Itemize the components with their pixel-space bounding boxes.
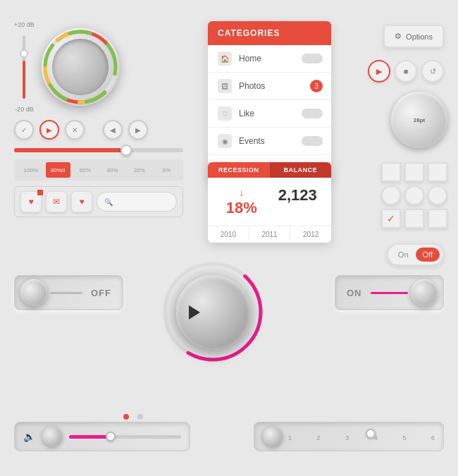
grid-btn-6[interactable] [428, 185, 447, 205]
horizontal-slider-fill [14, 148, 124, 152]
horizontal-slider-track[interactable] [14, 148, 183, 152]
recession-value-container: ↓ 18% [213, 186, 270, 217]
slider-thumb-vertical[interactable] [20, 49, 28, 58]
tab-2010[interactable]: 2010 [208, 226, 249, 243]
vertical-slider[interactable]: +20 dB -20 dB [14, 21, 35, 113]
search-icon: 🔍 [104, 198, 113, 206]
like-toggle[interactable] [302, 109, 323, 118]
category-events-label: Events [239, 136, 265, 146]
recession-value: 18% [213, 199, 270, 217]
small-knob-label: 28pt [414, 117, 425, 123]
options-button[interactable]: ⚙ Options [383, 25, 444, 48]
slider-right-track-container: 1 2 3 4 5 6 [288, 432, 435, 441]
play-button-small[interactable]: ▶ [39, 120, 59, 140]
check-button[interactable]: ✓ [14, 120, 34, 140]
mail-icon: ✉ [53, 197, 60, 207]
like-icon: ♡ [218, 106, 232, 121]
categories-title: CATEGORIES [218, 28, 280, 38]
like-button[interactable]: ♥ [71, 191, 92, 212]
dot-indicator-1 [123, 414, 129, 420]
media-controls: ▶ ■ ↺ [368, 60, 444, 83]
notification-dot [37, 190, 43, 195]
slider-track-left[interactable] [69, 435, 181, 439]
slider-knob-right[interactable] [263, 427, 283, 446]
events-toggle[interactable] [302, 136, 323, 146]
tick-5: 5 [402, 434, 406, 441]
stats-header: RECESSION BALANCE [208, 162, 331, 178]
recession-arrow: ↓ [239, 187, 244, 198]
on-off-toggle[interactable]: On Off [387, 243, 444, 266]
grid-btn-2[interactable] [404, 162, 424, 182]
notification-button[interactable]: ♥ [20, 191, 42, 212]
grid-btn-9[interactable] [428, 209, 447, 228]
toggle-knob-on [411, 279, 438, 306]
stats-tabs: 2010 2011 2012 [208, 226, 331, 243]
bottom-slider-left[interactable]: 🔈 [14, 422, 190, 451]
seg-80[interactable]: 80%||| [46, 162, 71, 178]
center-main-knob[interactable] [176, 275, 250, 349]
seg-40[interactable]: 40% [100, 162, 125, 178]
toggle-off-option[interactable]: Off [416, 248, 440, 262]
grid-btn-4[interactable] [381, 185, 401, 205]
category-photos-label: Photos [239, 81, 265, 91]
grid-btn-1[interactable] [381, 162, 401, 182]
tab-2011[interactable]: 2011 [249, 226, 291, 243]
media-stop-button[interactable]: ■ [395, 60, 417, 83]
category-home[interactable]: 🏠 Home [208, 45, 331, 73]
categories-panel: CATEGORIES 🏠 Home 🖼 Photos 3 ♡ Like ◉ Ev… [208, 21, 331, 182]
small-knob-container: 28pt [391, 92, 447, 148]
big-off-label: OFF [91, 288, 111, 298]
slider-thumb-right[interactable] [366, 429, 376, 439]
slider-bottom-label: -20 dB [15, 106, 34, 113]
slider-top-label: +20 dB [14, 21, 35, 28]
grid-btn-5[interactable] [404, 185, 424, 205]
knob-arc-svg [42, 28, 119, 106]
grid-btn-3[interactable] [428, 162, 447, 182]
big-toggle-off[interactable]: OFF [14, 275, 123, 310]
small-knob[interactable]: 28pt [391, 92, 447, 148]
home-toggle[interactable] [302, 54, 323, 63]
options-gear-icon: ⚙ [395, 32, 402, 41]
horizontal-slider-container[interactable] [14, 148, 183, 152]
categories-header: CATEGORIES [208, 21, 331, 45]
slider-fill-vertical [23, 61, 25, 99]
photos-badge: 3 [310, 80, 323, 92]
category-like[interactable]: ♡ Like [208, 100, 331, 128]
grid-btn-7[interactable]: ✓ [381, 209, 401, 228]
bottom-slider-right[interactable]: 1 2 3 4 5 6 [254, 422, 444, 451]
big-toggle-on[interactable]: ON [335, 275, 444, 310]
prev-button[interactable]: ◀ [103, 120, 123, 140]
category-events[interactable]: ◉ Events [208, 128, 331, 155]
seg-100[interactable]: 100% [18, 162, 44, 178]
grid-btn-8[interactable] [404, 209, 424, 228]
horizontal-slider-thumb[interactable] [120, 145, 132, 156]
events-icon: ◉ [218, 134, 232, 148]
next-button[interactable]: ▶ [128, 120, 148, 140]
slider-knob-left[interactable] [42, 427, 62, 446]
media-refresh-button[interactable]: ↺ [421, 60, 444, 83]
category-photos[interactable]: 🖼 Photos 3 [208, 73, 331, 100]
seg-0[interactable]: 0% [154, 162, 180, 178]
balance-header: BALANCE [270, 162, 332, 178]
toggle-on-option[interactable]: On [391, 248, 416, 262]
mail-button[interactable]: ✉ [46, 191, 67, 212]
stats-panel: RECESSION BALANCE ↓ 18% 2,123 2010 2011 … [208, 162, 331, 243]
tab-2012[interactable]: 2012 [290, 226, 331, 243]
heart-icon: ♥ [79, 197, 84, 207]
tick-2: 2 [317, 434, 321, 441]
balance-value-container: 2,123 [270, 186, 326, 217]
search-bar[interactable]: 🔍 [97, 192, 177, 212]
stats-body: ↓ 18% 2,123 [208, 178, 331, 226]
media-play-button[interactable]: ▶ [368, 60, 390, 83]
slider-track-vertical[interactable] [23, 35, 25, 99]
dot-indicator-2 [137, 414, 143, 420]
slider-thumb-left[interactable] [106, 432, 116, 441]
tick-1: 1 [288, 434, 292, 441]
close-button[interactable]: ✕ [65, 120, 85, 140]
main-knob[interactable] [42, 28, 119, 106]
knob-controls-row: ✓ ▶ ✕ ◀ ▶ [14, 120, 183, 140]
top-left-section: +20 dB -20 dB ✓ ▶ ✕ ◀ ▶ [14, 21, 183, 217]
seg-20[interactable]: 20% [127, 162, 152, 178]
progress-bar: 100% 80%||| 60% 40% 20% 0% [14, 159, 183, 181]
seg-60[interactable]: 60% [73, 162, 98, 178]
